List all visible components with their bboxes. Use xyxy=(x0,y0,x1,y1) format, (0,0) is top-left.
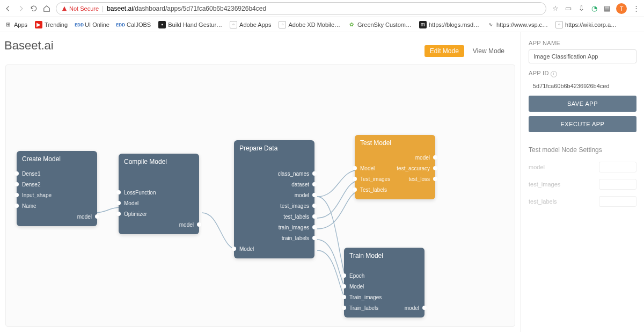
port-out[interactable]: model xyxy=(355,152,435,163)
menu-icon[interactable]: ⋮ xyxy=(632,5,640,12)
bookmark-adobe-xd[interactable]: ▫Adobe XD Mobile… xyxy=(279,21,340,28)
bookmark-vsp[interactable]: ∿https://www.vsp.c… xyxy=(487,21,548,28)
url-bar[interactable]: Not Secure | baseet.ai/dashboard/apps/5d… xyxy=(56,2,546,15)
bookmark-ui-online[interactable]: ᴇᴅᴅUI Online xyxy=(75,21,109,28)
app-name-input[interactable] xyxy=(529,49,636,63)
port-in[interactable]: Model xyxy=(119,198,199,208)
port-out[interactable]: class_names xyxy=(234,168,314,179)
setting-row: model xyxy=(529,160,636,174)
node-settings-title: Test model Node Settings xyxy=(529,146,636,154)
bookmark-blogs-msd[interactable]: mhttps://blogs.msd… xyxy=(419,21,479,28)
home-icon[interactable] xyxy=(43,5,50,12)
execute-app-button[interactable]: EXECUTE APP xyxy=(529,116,636,132)
port-in[interactable]: Model xyxy=(344,281,425,292)
star-icon[interactable]: ☆ xyxy=(552,5,559,12)
node-train-model[interactable]: Train Model Epoch Model Train_images Tra… xyxy=(344,248,425,317)
node-canvas[interactable]: Create Model Dense1 Dense2 Input_shape N… xyxy=(5,64,515,327)
node-title: Prepare Data xyxy=(234,140,314,155)
node-prepare-data[interactable]: Prepare Data class_names dataset model t… xyxy=(234,140,314,258)
port-out[interactable]: train_images xyxy=(234,222,314,233)
port-pair[interactable]: Modeltest_accuracy xyxy=(355,163,435,174)
extension-icon-4[interactable]: ▤ xyxy=(603,5,611,12)
bookmarks-bar: ⊞Apps ▶Trending ᴇᴅᴅUI Online ᴇᴅᴅCalJOBS … xyxy=(0,17,644,32)
bookmark-adobe-apps[interactable]: ▫Adobe Apps xyxy=(230,21,271,28)
forward-icon[interactable] xyxy=(17,5,25,12)
port-in[interactable]: Epoch xyxy=(344,270,425,281)
port-out[interactable]: model xyxy=(17,211,97,222)
extension-icon-1[interactable]: ▭ xyxy=(565,5,572,12)
bookmark-greensky[interactable]: ✿GreenSky Custom… xyxy=(348,21,412,28)
node-title: Compile Model xyxy=(119,154,199,169)
setting-row: test_labels xyxy=(529,194,636,208)
port-in[interactable]: LossFunction xyxy=(119,187,199,198)
view-mode-button[interactable]: View Mode xyxy=(467,45,510,57)
port-in[interactable]: Train_images xyxy=(344,292,425,302)
bookmark-caljobs[interactable]: ᴇᴅᴅCalJOBS xyxy=(117,21,151,28)
save-app-button[interactable]: SAVE APP xyxy=(529,96,636,112)
info-icon[interactable]: i xyxy=(551,71,557,77)
port-pair[interactable]: Test_imagestest_loss xyxy=(355,174,435,184)
bookmark-build-hand[interactable]: ▪Build Hand Gestur… xyxy=(158,21,222,28)
app-name-label: APP NAME xyxy=(529,40,636,46)
properties-sidebar: APP NAME APP IDi 5d71fca60b6b4236926b4ce… xyxy=(521,32,644,332)
setting-field[interactable] xyxy=(599,179,636,190)
port-in[interactable]: Name xyxy=(17,200,97,211)
bookmark-trending[interactable]: ▶Trending xyxy=(35,21,68,28)
node-title: Train Model xyxy=(344,248,425,263)
app-id-value: 5d71fca60b6b4236926b4ced xyxy=(529,81,636,96)
extension-icon-3[interactable]: ◔ xyxy=(590,5,598,12)
profile-avatar[interactable]: T xyxy=(616,3,627,14)
node-create-model[interactable]: Create Model Dense1 Dense2 Input_shape N… xyxy=(17,151,97,226)
port-in[interactable]: Model xyxy=(234,243,314,254)
app-id-label: APP IDi xyxy=(529,70,636,77)
port-in[interactable]: Optimizer xyxy=(119,208,199,219)
bookmark-wiki-corp[interactable]: ▫https://wiki.corp.a… xyxy=(555,21,617,28)
browser-toolbar: Not Secure | baseet.ai/dashboard/apps/5d… xyxy=(0,0,644,17)
canvas-area: Baseet.ai Edit Mode View Mode Create Mod… xyxy=(0,32,521,332)
setting-row: test_images xyxy=(529,177,636,191)
extension-icon-2[interactable]: ⇩ xyxy=(577,5,585,12)
node-test-model[interactable]: Test Model model Modeltest_accuracy Test… xyxy=(355,135,435,199)
port-out[interactable]: model xyxy=(119,219,199,230)
port-out[interactable]: model xyxy=(234,190,314,200)
port-out[interactable]: test_labels xyxy=(234,211,314,222)
mode-toggle: Edit Mode View Mode xyxy=(425,45,510,57)
node-compile-model[interactable]: Compile Model LossFunction Model Optimiz… xyxy=(119,154,199,234)
setting-field[interactable] xyxy=(599,196,636,207)
bookmark-apps[interactable]: ⊞Apps xyxy=(4,21,27,28)
reload-icon[interactable] xyxy=(30,5,38,12)
port-out[interactable]: train_labels xyxy=(234,233,314,243)
port-in[interactable]: Dense2 xyxy=(17,179,97,190)
edit-mode-button[interactable]: Edit Mode xyxy=(425,45,464,57)
url-text: baseet.ai/dashboard/apps/5d71fca60b6b423… xyxy=(107,5,266,12)
back-icon[interactable] xyxy=(4,5,12,12)
brand-logo: Baseet.ai xyxy=(4,39,54,53)
port-in[interactable]: Test_labels xyxy=(355,184,435,195)
port-out[interactable]: test_images xyxy=(234,200,314,211)
setting-field[interactable] xyxy=(599,162,636,172)
port-in[interactable]: Input_shape xyxy=(17,190,97,200)
node-title: Test Model xyxy=(355,135,435,150)
not-secure-badge: Not Secure xyxy=(62,5,99,12)
node-title: Create Model xyxy=(17,151,97,166)
port-in[interactable]: Dense1 xyxy=(17,168,97,179)
port-pair[interactable]: Train_labelsmodel xyxy=(344,302,425,313)
port-out[interactable]: dataset xyxy=(234,179,314,190)
